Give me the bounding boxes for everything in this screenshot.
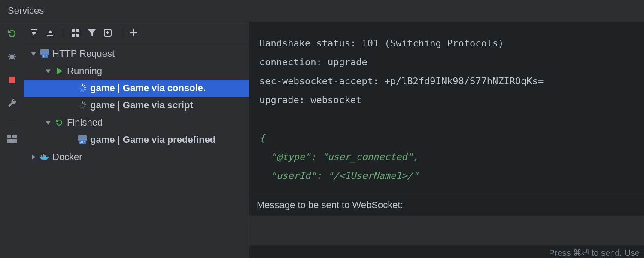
svg-rect-16 <box>76 29 79 32</box>
svg-marker-51 <box>32 154 36 160</box>
svg-line-37 <box>79 89 81 89</box>
bug-icon[interactable] <box>6 51 18 62</box>
left-icon-rail <box>0 22 24 258</box>
expand-all-icon[interactable] <box>44 26 57 39</box>
panel-title: Services <box>0 0 644 22</box>
output-panel: Handshake status: 101 (Switching Protoco… <box>249 22 644 258</box>
tree-node-finished[interactable]: Finished <box>24 114 249 131</box>
svg-line-33 <box>85 87 86 88</box>
send-hint: Press ⌘⏎ to send. Use <box>249 245 644 258</box>
svg-line-4 <box>14 54 15 55</box>
api-icon: API <box>39 49 50 59</box>
layout-icon[interactable] <box>6 133 18 144</box>
svg-rect-9 <box>12 135 17 138</box>
service-tree[interactable]: API HTTP Request Running <box>24 43 249 258</box>
svg-marker-29 <box>46 70 51 73</box>
tree-node-http-request[interactable]: API HTTP Request <box>24 45 249 62</box>
svg-marker-19 <box>88 29 96 36</box>
docker-icon <box>39 152 50 162</box>
svg-line-36 <box>81 90 82 91</box>
tree-node-game-predefined[interactable]: API game | Game via predefined <box>24 131 249 148</box>
api-icon: API <box>77 135 88 145</box>
node-label: Docker <box>52 151 82 163</box>
chevron-down-icon[interactable] <box>44 120 52 126</box>
node-label: game | Game via predefined <box>90 134 216 145</box>
svg-rect-53 <box>43 155 44 157</box>
filter-icon[interactable] <box>85 26 98 39</box>
rerun-icon[interactable] <box>6 28 18 39</box>
svg-line-46 <box>80 103 81 104</box>
add-icon[interactable] <box>127 26 140 39</box>
svg-marker-30 <box>57 68 63 74</box>
svg-line-40 <box>84 102 85 104</box>
svg-rect-54 <box>44 155 46 157</box>
chevron-down-icon[interactable] <box>29 51 38 57</box>
play-icon <box>54 66 64 76</box>
svg-line-34 <box>84 89 85 90</box>
tree-node-game-script[interactable]: game | Game via script <box>24 97 249 114</box>
svg-rect-18 <box>76 34 79 37</box>
svg-rect-15 <box>72 29 75 32</box>
tree-toolbar <box>24 22 249 43</box>
node-label: Running <box>67 65 102 77</box>
node-label: HTTP Request <box>52 48 115 59</box>
svg-marker-25 <box>31 52 36 56</box>
open-new-tab-icon[interactable] <box>102 26 115 39</box>
svg-line-3 <box>9 54 11 55</box>
rerun-icon <box>54 117 64 128</box>
spinner-icon <box>77 83 88 93</box>
chevron-right-icon[interactable] <box>29 154 38 160</box>
svg-rect-52 <box>41 155 42 157</box>
svg-rect-7 <box>9 77 15 83</box>
stop-icon[interactable] <box>6 74 18 86</box>
svg-rect-10 <box>7 139 17 143</box>
svg-line-44 <box>81 107 82 108</box>
tree-node-game-console[interactable]: game | Game via console. <box>24 80 249 97</box>
svg-line-6 <box>14 58 15 60</box>
group-icon[interactable] <box>69 26 82 39</box>
svg-rect-26 <box>40 49 49 55</box>
node-label: game | Game via console. <box>90 83 206 94</box>
service-tree-panel: API HTTP Request Running <box>24 22 249 258</box>
svg-rect-8 <box>7 135 11 138</box>
wrench-icon[interactable] <box>6 98 18 109</box>
collapse-all-icon[interactable] <box>27 26 40 39</box>
chevron-down-icon[interactable] <box>44 68 52 74</box>
tree-node-docker[interactable]: Docker <box>24 148 249 166</box>
svg-marker-12 <box>32 32 36 35</box>
svg-line-42 <box>84 107 85 108</box>
svg-line-38 <box>80 86 81 87</box>
node-label: game | Game via script <box>90 100 193 111</box>
svg-text:API: API <box>80 141 85 144</box>
svg-line-32 <box>84 85 85 86</box>
svg-line-41 <box>85 104 86 105</box>
svg-marker-14 <box>48 30 52 33</box>
svg-rect-55 <box>43 154 44 155</box>
svg-rect-17 <box>72 34 75 37</box>
tree-node-running[interactable]: Running <box>24 62 249 80</box>
svg-line-35 <box>83 90 83 92</box>
svg-line-43 <box>83 108 83 109</box>
svg-rect-48 <box>78 135 87 141</box>
response-output[interactable]: Handshake status: 101 (Switching Protoco… <box>249 22 644 196</box>
message-input-label: Message to be sent to WebSocket: <box>249 196 644 214</box>
svg-line-5 <box>9 58 11 60</box>
svg-text:API: API <box>43 55 47 58</box>
websocket-message-input[interactable] <box>249 216 644 245</box>
svg-line-45 <box>79 106 81 106</box>
node-label: Finished <box>67 117 103 128</box>
spinner-icon <box>77 100 88 111</box>
svg-marker-47 <box>46 121 51 125</box>
